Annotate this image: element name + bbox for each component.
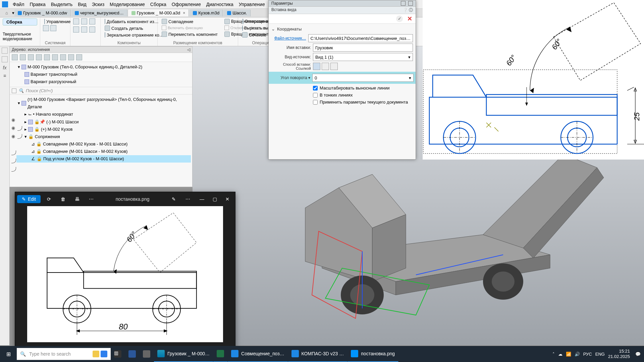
photos-button[interactable]: постановка.png <box>347 346 398 362</box>
solid-modeling-button[interactable]: Твердотельное моделирование <box>3 32 37 41</box>
minimize-icon[interactable]: — <box>196 196 208 202</box>
rotate-icon[interactable]: ⟳ <box>43 193 55 205</box>
more-icon[interactable]: ⋯ <box>86 193 97 205</box>
tray-lang-2[interactable]: ENG <box>595 352 605 357</box>
sys-icon-1[interactable] <box>43 25 49 31</box>
coincidence-button[interactable]: Совпадение <box>160 18 219 24</box>
rel-e-3[interactable] <box>11 166 22 172</box>
mirror-button[interactable]: Зеркальное отражение ко… <box>103 32 155 38</box>
edit-button[interactable]: ✎Edit <box>17 195 41 203</box>
tray-lang-1[interactable]: РУС <box>583 352 592 357</box>
start-button[interactable]: ⊞ <box>0 351 17 357</box>
cb-apply-doc-params[interactable] <box>313 100 318 105</box>
menu-modeling[interactable]: Моделирование <box>107 1 148 8</box>
close-tab-icon[interactable]: × <box>183 11 185 15</box>
tree-tool-6[interactable] <box>52 54 58 60</box>
move-button[interactable]: Переместить компонент <box>160 31 219 37</box>
menu-assembly[interactable]: Сборка <box>148 1 169 8</box>
tree-tool-2[interactable] <box>20 54 26 60</box>
mates-node[interactable]: ▾ 🔒Сопряжения <box>16 133 191 140</box>
more-icon-2[interactable]: ⋯ <box>182 193 194 205</box>
sys-icon-2[interactable] <box>50 25 56 31</box>
excel-button[interactable] <box>213 346 228 362</box>
menu-file[interactable]: Файл <box>10 1 27 8</box>
eye-icon[interactable]: ◉ <box>11 117 22 122</box>
taskbar-search[interactable]: 🔍 Type here to search <box>17 348 111 360</box>
comp-icon-1[interactable] <box>73 18 79 24</box>
doc-tab-2[interactable]: Грузовик _ М-000.a3d× <box>128 9 189 16</box>
tray-wifi-icon[interactable]: 📶 <box>566 352 571 357</box>
tree-tool-9[interactable] <box>76 54 82 60</box>
comp-icon-6[interactable] <box>89 26 95 33</box>
create-part-button[interactable]: Создать деталь <box>103 25 155 31</box>
file-src-field[interactable]: C:\Users\vivo4917\Documents\Совмещение_п… <box>308 34 413 42</box>
srcview-select[interactable]: Вид 1 (1)▾ <box>313 53 413 61</box>
home-button[interactable]: ⌂ <box>3 10 10 16</box>
part-1-node[interactable]: ▸ 🔒📌(-) М-001 Шасси <box>16 118 191 126</box>
tree-search[interactable]: 🔍 Поиск (Ctrl+/) <box>10 87 192 95</box>
tree-variant-2[interactable]: Вариант разгрузочный <box>16 78 191 85</box>
ins-mode-1[interactable] <box>313 63 320 70</box>
menu-design[interactable]: Оформление <box>169 1 204 8</box>
cb-scale-lines[interactable] <box>313 86 318 90</box>
tree-tool-8[interactable] <box>68 54 74 60</box>
kompas-button-2[interactable]: КОМПАС-3D v23 … <box>288 346 348 362</box>
rel-e-2[interactable] <box>11 158 22 164</box>
print-icon[interactable]: 🖶 <box>71 193 83 205</box>
mate-3[interactable]: ∠🔒 Под углом (М-002 Кузов - М-001 Шасси) <box>16 155 191 163</box>
tray-cloud-icon[interactable]: ☁ <box>558 352 562 357</box>
doc-tab-4[interactable]: Шасси. <box>224 9 251 16</box>
delete-icon[interactable]: 🗑 <box>57 193 69 205</box>
ls-icon-1[interactable] <box>2 48 8 54</box>
incl-fix-button[interactable]: Включить фиксацию <box>160 25 219 31</box>
menu-hamburger-icon[interactable]: ≡ <box>3 73 6 78</box>
settings-button[interactable] <box>140 346 154 362</box>
show-icon-2[interactable]: ◉ <box>11 134 22 139</box>
rel-e-1[interactable] <box>11 150 22 155</box>
show-icon-1[interactable]: ◉ <box>11 125 22 131</box>
home-drop[interactable]: ▾ <box>12 10 14 15</box>
menu-control[interactable]: Управление <box>236 1 268 8</box>
menu-edit[interactable]: Правка <box>27 1 48 8</box>
manage-button[interactable]: Управление <box>43 18 67 24</box>
menu-sketch[interactable]: Эскиз <box>89 1 107 8</box>
tree-root[interactable]: ▾ М-000 Грузовик (Тел-0, Сборочных едини… <box>16 63 191 71</box>
word-button[interactable] <box>125 346 140 362</box>
cb-thin-lines[interactable] <box>313 93 318 98</box>
tree-collapse-icon[interactable]: ◁ <box>187 47 190 52</box>
comp-icon-4[interactable] <box>73 26 79 33</box>
task-view-button[interactable]: ▥ <box>111 346 125 362</box>
tree-tool-5[interactable] <box>44 54 50 60</box>
kompas-button-1[interactable]: Совмещение_поз… <box>228 346 288 362</box>
rot-field[interactable]: 0▾ <box>312 74 414 82</box>
comp-icon-2[interactable] <box>81 18 87 24</box>
tree-tool-4[interactable] <box>36 54 42 60</box>
ins-mode-2[interactable] <box>322 63 329 70</box>
edge-button[interactable]: Грузовик _ М-000… <box>154 346 213 362</box>
mate-2[interactable]: ⊿🔒 Совпадение (М-001 Шасси - М-002 Кузов… <box>16 148 191 155</box>
comp-icon-5[interactable] <box>81 26 87 33</box>
ins-name-field[interactable]: Грузовик <box>313 44 413 52</box>
menu-select[interactable]: Выделить <box>48 1 75 8</box>
ins-mode-3[interactable] <box>330 63 338 70</box>
tree-variant-1[interactable]: Вариант транспортный <box>16 71 191 78</box>
help-icon[interactable]: ❔ <box>403 8 408 12</box>
params-close-icon[interactable] <box>408 1 413 6</box>
cfg-root[interactable]: ▾ (т) М-000 Грузовик <Вариант разгрузочн… <box>16 96 191 111</box>
file-src-label[interactable]: Файл-источник… <box>271 36 306 41</box>
tray-notifications-icon[interactable]: 💬 <box>635 352 641 357</box>
origin-node[interactable]: ▸ ⌙ • Начало координат <box>16 111 191 118</box>
tray-volume-icon[interactable]: 🔊 <box>575 352 580 357</box>
doc-tab-1[interactable]: чертеж_выгрузкисd… <box>71 9 127 16</box>
ribbon-tab-assembly[interactable]: Сборка <box>3 18 37 25</box>
close-icon[interactable]: ✕ <box>222 196 233 202</box>
menu-diagnostics[interactable]: Диагностика <box>204 1 236 8</box>
params-gear-icon[interactable] <box>401 1 406 6</box>
menu-view[interactable]: Вид <box>75 1 89 8</box>
cancel-button[interactable]: ✕ <box>406 15 413 22</box>
fx-icon[interactable]: fx <box>3 65 7 70</box>
doc-tab-3[interactable]: Кузов.m3d <box>190 9 223 16</box>
info-icon[interactable]: ⓘ <box>409 8 413 12</box>
doc-tab-0[interactable]: Грузовик _ М-000.cdw <box>14 9 71 16</box>
mate-1[interactable]: ⊿🔒 Совпадение (М-002 Кузов - М-001 Шасси… <box>16 140 191 148</box>
